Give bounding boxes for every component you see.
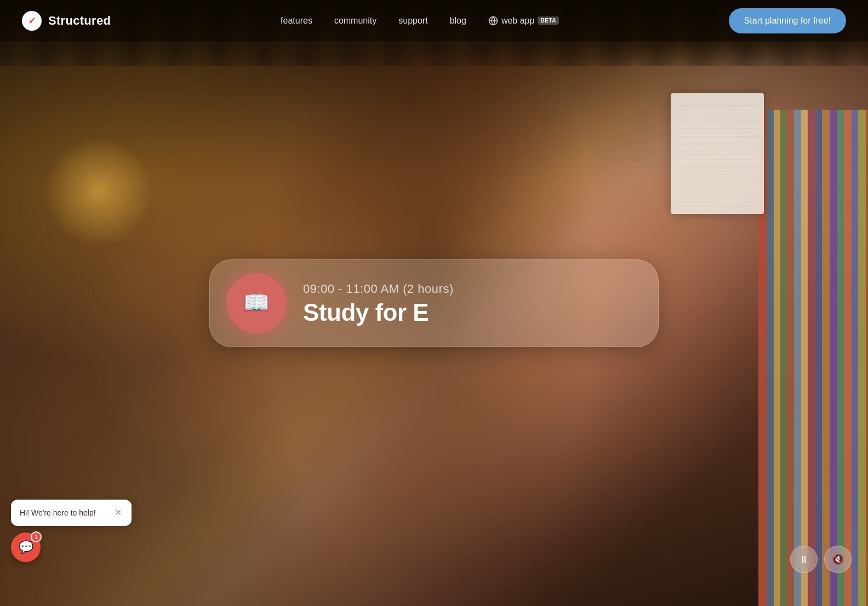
nav-web-app[interactable]: web app BETA — [488, 16, 559, 26]
chat-popup: Hi! We're here to help! ✕ — [11, 500, 132, 526]
lamp-glow-effect — [44, 137, 153, 247]
media-controls: ⏸ 🔇 — [790, 546, 852, 573]
task-title: Study for E — [303, 301, 636, 325]
mute-icon: 🔇 — [832, 553, 844, 565]
nav-blog[interactable]: blog — [450, 16, 466, 26]
logo-area[interactable]: Structured — [22, 11, 111, 31]
book-icon: 📖 — [243, 290, 270, 316]
chat-widget: Hi! We're here to help! ✕ 💬 1 — [11, 500, 132, 562]
cta-button[interactable]: Start planning for free! — [729, 8, 846, 33]
mute-button[interactable]: 🔇 — [824, 546, 852, 573]
chat-open-button[interactable]: 💬 1 — [11, 533, 41, 562]
pause-button[interactable]: ⏸ — [790, 546, 818, 573]
chat-popup-text: Hi! We're here to help! — [20, 508, 108, 517]
notification-badge: 1 — [31, 531, 42, 542]
globe-icon — [488, 16, 498, 26]
pause-icon: ⏸ — [799, 554, 809, 565]
monitor-background — [671, 93, 764, 214]
chat-close-button[interactable]: ✕ — [113, 507, 123, 518]
nav-community[interactable]: community — [334, 16, 376, 26]
nav-features[interactable]: features — [281, 16, 312, 26]
bookshelf-background — [758, 110, 868, 606]
task-time: 09:00 - 11:00 AM (2 hours) — [303, 282, 636, 296]
task-content: 09:00 - 11:00 AM (2 hours) Study for E — [303, 282, 636, 325]
chat-icon: 💬 — [19, 540, 33, 554]
nav-support[interactable]: support — [398, 16, 427, 26]
nav-links: features community support blog web app … — [281, 16, 559, 26]
task-icon-circle: 📖 — [226, 273, 287, 333]
web-app-label: web app — [501, 16, 535, 26]
logo-icon — [22, 11, 42, 31]
task-card: 📖 09:00 - 11:00 AM (2 hours) Study for E — [209, 259, 659, 347]
beta-badge: BETA — [538, 16, 558, 25]
logo-text: Structured — [48, 14, 111, 28]
navbar: Structured features community support bl… — [0, 0, 868, 41]
